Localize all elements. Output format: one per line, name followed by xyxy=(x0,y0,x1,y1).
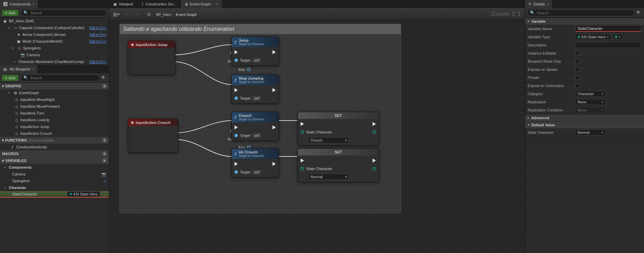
exec-in-pin[interactable] xyxy=(234,162,238,166)
enum-out-pin[interactable] xyxy=(373,130,376,134)
components-search[interactable]: 🔍 xyxy=(20,9,107,16)
add-variable-button[interactable]: + xyxy=(102,158,107,163)
exec-out-pin[interactable] xyxy=(272,50,276,54)
exec-in-pin[interactable] xyxy=(234,88,238,92)
tree-mesh[interactable]: ▣ Mesh (CharacterMesh0) Edit in C++ xyxy=(0,38,109,45)
node-uncrouch[interactable]: ƒUn CrouchTarget is Character Targetself xyxy=(231,148,279,177)
tree-root[interactable]: ◉ BP_Hero (Self) xyxy=(0,18,109,24)
add-graph-button[interactable]: + xyxy=(102,84,107,88)
node-stopjumping[interactable]: ƒStop JumpingTarget is Character Targets… xyxy=(231,75,279,104)
add-macro-button[interactable]: + xyxy=(102,151,107,156)
section-variables[interactable]: ▾ Variables + xyxy=(0,157,109,164)
node-jump[interactable]: ƒJumpTarget is Character Targetself xyxy=(231,37,279,66)
tree-camera[interactable]: 📷 Camera xyxy=(0,51,109,58)
pin-target[interactable]: Targetself xyxy=(234,57,276,63)
expand-icon[interactable]: ▾ xyxy=(8,26,12,29)
instance-editable-checkbox[interactable] xyxy=(575,51,580,56)
graph-eventgraph[interactable]: ▾ ⊞ EventGraph xyxy=(0,89,109,96)
exec-out-pin[interactable] xyxy=(373,122,376,126)
description-input[interactable] xyxy=(575,42,641,48)
node-set-crouch[interactable]: SET State Character Crouch xyxy=(298,112,379,146)
category-default-value[interactable]: ▾Default Value xyxy=(525,121,644,128)
add-function-button[interactable]: + xyxy=(102,138,107,143)
var-cat-components[interactable]: ▾Components xyxy=(0,164,109,171)
edit-cpp-link[interactable]: Edit in C++ xyxy=(90,26,106,30)
close-icon[interactable]: × xyxy=(32,67,34,71)
category-advanced[interactable]: ▸Advanced xyxy=(525,114,644,121)
exec-in-pin[interactable] xyxy=(234,50,238,54)
pin-target[interactable]: Targetself xyxy=(234,132,276,139)
graph-item[interactable]: ◇InputAxis MoveForward xyxy=(0,103,109,110)
tab-components[interactable]: Components × xyxy=(0,0,38,8)
nav-forward-button[interactable]: → xyxy=(134,10,142,18)
add-component-button[interactable]: + Add xyxy=(2,10,18,16)
section-macros[interactable]: Macros + xyxy=(0,150,109,157)
close-icon[interactable]: × xyxy=(547,2,549,6)
expand-icon[interactable]: ▾ xyxy=(12,46,16,50)
tree-capsule[interactable]: ▾ ⬭ Capsule Component (CollisionCylinder… xyxy=(0,24,109,31)
var-springarm[interactable]: SpringArm⎌ xyxy=(0,177,109,184)
pin-key[interactable]: Key xyxy=(131,66,250,72)
exec-in-pin[interactable] xyxy=(234,125,238,129)
readonly-checkbox[interactable] xyxy=(575,59,580,64)
var-camera[interactable]: Camera📷 xyxy=(0,171,109,177)
tab-eventgraph[interactable]: ⊞Event Graph× xyxy=(181,0,222,8)
tree-charmove[interactable]: ↔ Character Movement (CharMoveComp) Edit… xyxy=(0,58,109,65)
close-icon[interactable]: × xyxy=(33,2,35,6)
expand-icon[interactable]: ▾ xyxy=(8,91,12,94)
exec-out-pin[interactable] xyxy=(272,88,276,92)
section-functions[interactable]: ▾ Functions (34 overridable) + xyxy=(0,137,109,144)
graph-canvas[interactable]: Saltando e agachando utilizando Enumerat… xyxy=(109,20,525,253)
enum-in-pin[interactable] xyxy=(301,130,304,134)
enum-value-dropdown[interactable]: Normal xyxy=(308,174,349,180)
variable-type-combo[interactable]: EN State Hero xyxy=(575,34,611,40)
var-type-pill[interactable]: EN State Hero xyxy=(67,191,100,197)
graph-item[interactable]: ◇InputAxis LookUp xyxy=(0,117,109,123)
details-search-input[interactable] xyxy=(537,11,631,15)
pin-target[interactable]: Targetself xyxy=(234,95,276,101)
exec-in-pin[interactable] xyxy=(301,159,304,163)
visibility-icon[interactable]: ◡ xyxy=(103,192,107,196)
nav-back-button[interactable]: ← xyxy=(124,10,131,18)
exec-in-pin[interactable] xyxy=(301,122,304,126)
category-variable[interactable]: ▾Variable xyxy=(525,18,644,25)
replication-combo[interactable]: None xyxy=(575,99,606,105)
node-crouch[interactable]: ƒCrouchTarget is Character Targetself xyxy=(231,112,279,141)
graph-item[interactable]: ◇InputAction Jump xyxy=(0,123,109,130)
cinematics-checkbox[interactable] xyxy=(575,83,580,88)
default-value-combo[interactable]: Normal xyxy=(575,129,606,135)
private-checkbox[interactable] xyxy=(575,75,580,80)
var-cat-character[interactable]: ▾Character xyxy=(0,184,109,191)
exec-out-pin[interactable] xyxy=(373,159,376,163)
graph-menu-icon[interactable]: ▦▾ xyxy=(113,10,120,18)
gear-icon[interactable]: ⚙ xyxy=(101,75,107,81)
variable-name-input[interactable] xyxy=(575,25,641,32)
components-search-input[interactable] xyxy=(30,11,104,15)
graph-item[interactable]: ◇InputAction Crouch xyxy=(0,130,109,137)
function-construction[interactable]: ƒConstructionScript xyxy=(0,144,109,150)
node-inputaction-jump[interactable]: ◈InputAction Jump Pressed Released Key xyxy=(128,41,175,75)
container-type-combo[interactable] xyxy=(612,34,623,40)
node-set-normal[interactable]: SET State Character Normal xyxy=(298,148,379,182)
edit-cpp-link[interactable]: Edit in C++ xyxy=(90,33,106,37)
myblueprint-search[interactable]: 🔍 xyxy=(20,75,99,81)
enum-out-pin[interactable] xyxy=(373,167,376,170)
expose-spawn-checkbox[interactable] xyxy=(575,67,580,72)
add-new-button[interactable]: + Add xyxy=(2,75,18,81)
exec-out-pin[interactable] xyxy=(272,162,276,166)
comment-title[interactable]: Saltando e agachando utilizando Enumerat… xyxy=(120,24,401,34)
enum-value-dropdown[interactable]: Crouch xyxy=(308,137,349,143)
details-search[interactable]: 🔍 xyxy=(527,9,634,16)
close-icon[interactable]: × xyxy=(215,2,217,6)
edit-cpp-link[interactable]: Edit in C++ xyxy=(90,40,106,43)
enum-in-pin[interactable] xyxy=(301,167,304,170)
tab-details[interactable]: ✎ Details × xyxy=(525,0,552,8)
var-statecharacter[interactable]: StateCharacter EN State Hero ◡ xyxy=(0,191,109,198)
exec-out-pin[interactable] xyxy=(272,125,276,129)
gear-icon[interactable]: ⚙ xyxy=(637,10,642,16)
node-inputaction-crouch[interactable]: ◈InputAction Crouch Pressed Released Key xyxy=(128,119,178,153)
pin-target[interactable]: Targetself xyxy=(234,169,276,175)
graph-item[interactable]: ◇InputAxis Turn xyxy=(0,110,109,117)
tab-myblueprint[interactable]: ▤ My Blueprint × xyxy=(0,65,38,73)
category-combo[interactable]: Character xyxy=(575,91,606,97)
